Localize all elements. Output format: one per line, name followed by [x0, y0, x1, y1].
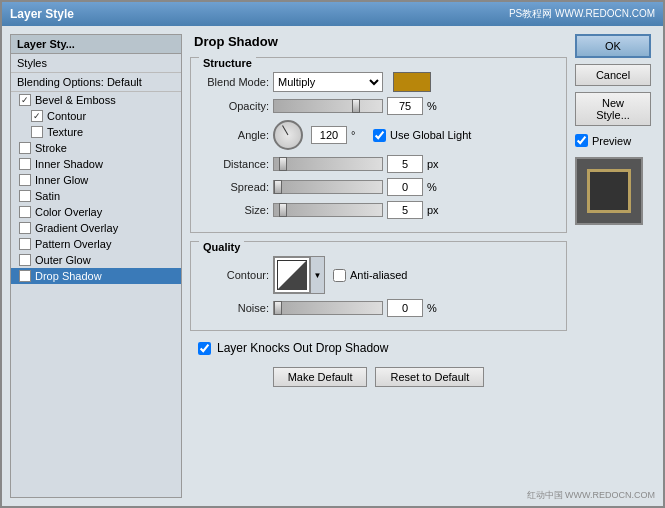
- styles-label[interactable]: Styles: [11, 54, 181, 73]
- contour-checkbox[interactable]: [31, 110, 43, 122]
- size-input[interactable]: [387, 201, 423, 219]
- angle-input[interactable]: [311, 126, 347, 144]
- structure-label: Structure: [199, 57, 256, 69]
- angle-label: Angle:: [199, 129, 269, 141]
- distance-row: Distance: px: [199, 155, 558, 173]
- contour-label: Contour:: [199, 269, 269, 281]
- ok-button[interactable]: OK: [575, 34, 651, 58]
- make-default-button[interactable]: Make Default: [273, 367, 368, 387]
- size-thumb[interactable]: [279, 203, 287, 217]
- spread-input[interactable]: [387, 178, 423, 196]
- opacity-row: Opacity: %: [199, 97, 558, 115]
- preview-row: Preview: [575, 134, 655, 147]
- blend-mode-label: Blend Mode:: [199, 76, 269, 88]
- title-bar-text: Layer Style: [10, 7, 74, 21]
- knocks-out-row: Layer Knocks Out Drop Shadow: [190, 341, 567, 355]
- blending-options-item[interactable]: Blending Options: Default: [11, 73, 181, 92]
- angle-dial[interactable]: [273, 120, 303, 150]
- outer-glow-checkbox[interactable]: [19, 254, 31, 266]
- blend-mode-row: Blend Mode: Multiply: [199, 72, 558, 92]
- noise-slider-container: %: [273, 299, 445, 317]
- distance-unit: px: [427, 158, 445, 170]
- anti-aliased-checkbox[interactable]: [333, 269, 346, 282]
- texture-label: Texture: [47, 126, 83, 138]
- noise-input[interactable]: [387, 299, 423, 317]
- opacity-thumb[interactable]: [352, 99, 360, 113]
- preview-checkbox[interactable]: [575, 134, 588, 147]
- color-overlay-checkbox[interactable]: [19, 206, 31, 218]
- gradient-overlay-checkbox[interactable]: [19, 222, 31, 234]
- satin-checkbox[interactable]: [19, 190, 31, 202]
- sidebar-item-pattern-overlay[interactable]: Pattern Overlay: [11, 236, 181, 252]
- distance-slider[interactable]: [273, 157, 383, 171]
- angle-row: Angle: ° Use Global Light: [199, 120, 558, 150]
- inner-shadow-label: Inner Shadow: [35, 158, 103, 170]
- noise-row: Noise: %: [199, 299, 558, 317]
- shadow-color-swatch[interactable]: [393, 72, 431, 92]
- sidebar-item-outer-glow[interactable]: Outer Glow: [11, 252, 181, 268]
- anti-aliased-label: Anti-aliased: [350, 269, 407, 281]
- spread-label: Spread:: [199, 181, 269, 193]
- noise-slider[interactable]: [273, 301, 383, 315]
- angle-needle: [282, 125, 288, 135]
- bevel-checkbox[interactable]: [19, 94, 31, 106]
- sidebar-item-color-overlay[interactable]: Color Overlay: [11, 204, 181, 220]
- quality-section: Quality Contour: ▼: [190, 241, 567, 331]
- sidebar-item-contour[interactable]: Contour: [11, 108, 181, 124]
- use-global-light-row: Use Global Light: [373, 129, 471, 142]
- sidebar-item-bevel[interactable]: Bevel & Emboss: [11, 92, 181, 108]
- sidebar-item-texture[interactable]: Texture: [11, 124, 181, 140]
- opacity-slider[interactable]: [273, 99, 383, 113]
- opacity-label: Opacity:: [199, 100, 269, 112]
- knocks-out-checkbox[interactable]: [198, 342, 211, 355]
- size-slider[interactable]: [273, 203, 383, 217]
- preview-label: Preview: [592, 135, 631, 147]
- distance-label: Distance:: [199, 158, 269, 170]
- size-unit: px: [427, 204, 445, 216]
- contour-select-wrapper[interactable]: ▼: [273, 256, 325, 294]
- spread-unit: %: [427, 181, 445, 193]
- global-light-checkbox[interactable]: [373, 129, 386, 142]
- angle-deg: °: [351, 129, 369, 141]
- thumb-inner: [587, 169, 631, 213]
- cancel-button[interactable]: Cancel: [575, 64, 651, 86]
- size-row: Size: px: [199, 201, 558, 219]
- structure-section: Structure Blend Mode: Multiply Opacity:: [190, 57, 567, 233]
- inner-glow-checkbox[interactable]: [19, 174, 31, 186]
- pattern-overlay-checkbox[interactable]: [19, 238, 31, 250]
- spread-slider[interactable]: [273, 180, 383, 194]
- distance-slider-container: px: [273, 155, 445, 173]
- bevel-label: Bevel & Emboss: [35, 94, 116, 106]
- contour-dropdown-btn[interactable]: ▼: [310, 257, 324, 293]
- sidebar-item-inner-glow[interactable]: Inner Glow: [11, 172, 181, 188]
- pattern-overlay-label: Pattern Overlay: [35, 238, 111, 250]
- knocks-out-label: Layer Knocks Out Drop Shadow: [217, 341, 388, 355]
- stroke-label: Stroke: [35, 142, 67, 154]
- sidebar-item-satin[interactable]: Satin: [11, 188, 181, 204]
- reset-default-button[interactable]: Reset to Default: [375, 367, 484, 387]
- contour-label: Contour: [47, 110, 86, 122]
- texture-checkbox[interactable]: [31, 126, 43, 138]
- sidebar-item-gradient-overlay[interactable]: Gradient Overlay: [11, 220, 181, 236]
- distance-input[interactable]: [387, 155, 423, 173]
- contour-svg: [277, 260, 307, 290]
- sidebar-item-inner-shadow[interactable]: Inner Shadow: [11, 156, 181, 172]
- blend-mode-select[interactable]: Multiply: [273, 72, 383, 92]
- satin-label: Satin: [35, 190, 60, 202]
- distance-thumb[interactable]: [279, 157, 287, 171]
- sidebar-item-drop-shadow[interactable]: Drop Shadow: [11, 268, 181, 284]
- outer-glow-label: Outer Glow: [35, 254, 91, 266]
- new-style-button[interactable]: New Style...: [575, 92, 651, 126]
- spread-slider-container: %: [273, 178, 445, 196]
- spread-thumb[interactable]: [274, 180, 282, 194]
- spread-row: Spread: %: [199, 178, 558, 196]
- sidebar-item-stroke[interactable]: Stroke: [11, 140, 181, 156]
- contour-preview[interactable]: [274, 257, 310, 293]
- opacity-input[interactable]: [387, 97, 423, 115]
- size-slider-container: px: [273, 201, 445, 219]
- drop-shadow-checkbox[interactable]: [19, 270, 31, 282]
- inner-shadow-checkbox[interactable]: [19, 158, 31, 170]
- noise-thumb[interactable]: [274, 301, 282, 315]
- watermark: 红动中国 WWW.REDOCN.COM: [527, 489, 656, 502]
- stroke-checkbox[interactable]: [19, 142, 31, 154]
